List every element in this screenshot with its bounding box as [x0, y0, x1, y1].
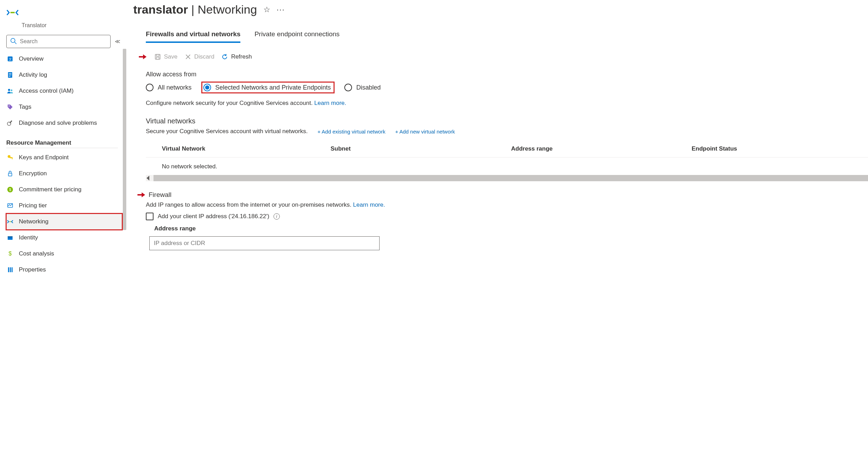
- sidebar-item-label: Pricing tier: [19, 202, 47, 209]
- col-virtual-network[interactable]: Virtual Network: [146, 140, 327, 158]
- sidebar-item-label: Activity log: [19, 71, 47, 78]
- more-actions-icon[interactable]: ···: [277, 5, 285, 14]
- sidebar-section-header: Resource Management: [6, 139, 122, 146]
- radio-icon: [203, 84, 211, 91]
- svg-rect-29: [10, 267, 11, 272]
- radio-all-networks[interactable]: All networks: [146, 84, 192, 91]
- sidebar-item-label: Properties: [19, 266, 46, 273]
- firewall-help-text: Add IP ranges to allow access from the i…: [146, 201, 868, 208]
- sidebar-item-activity-log[interactable]: Activity log: [6, 67, 122, 83]
- save-button[interactable]: Save: [154, 53, 178, 60]
- annotation-arrow-icon: [139, 55, 147, 59]
- svg-rect-19: [8, 173, 12, 176]
- horizontal-scrollbar[interactable]: [146, 175, 868, 181]
- favorite-star-icon[interactable]: ☆: [263, 5, 270, 14]
- access-help-text: Configure network security for your Cogn…: [146, 100, 868, 107]
- svg-text:文: 文: [9, 58, 12, 61]
- info-icon[interactable]: i: [274, 213, 280, 220]
- sidebar-item-tags[interactable]: Tags: [6, 99, 122, 115]
- radio-selected-networks[interactable]: Selected Networks and Private Endpoints: [201, 82, 335, 93]
- main-content: translator | Networking ☆ ··· Firewalls …: [127, 0, 868, 451]
- networking-icon: [6, 218, 14, 225]
- sidebar-item-identity[interactable]: Identity: [6, 230, 122, 246]
- search-icon: [10, 38, 17, 46]
- sidebar-nav: 文 Overview Activity log Access control (…: [6, 51, 122, 278]
- translator-logo-icon: [6, 6, 19, 19]
- scrollbar-thumb[interactable]: [123, 49, 126, 230]
- refresh-button[interactable]: Refresh: [221, 53, 252, 60]
- svg-point-0: [10, 12, 12, 13]
- tab-firewalls[interactable]: Firewalls and virtual networks: [146, 30, 240, 43]
- sidebar-search[interactable]: [6, 35, 111, 48]
- sidebar-search-input[interactable]: [20, 38, 107, 45]
- add-existing-vnet-link[interactable]: + Add existing virtual network: [317, 129, 386, 135]
- sidebar-item-commitment-tier[interactable]: $ Commitment tier pricing: [6, 182, 122, 198]
- svg-point-12: [11, 90, 13, 91]
- svg-rect-8: [9, 73, 12, 74]
- sidebar-divider: [6, 148, 118, 148]
- page-title: translator | Networking: [133, 3, 257, 16]
- vnets-empty-message: No network selected.: [146, 158, 868, 174]
- svg-rect-18: [12, 158, 13, 159]
- svg-point-2: [13, 12, 15, 13]
- sidebar-item-encryption[interactable]: Encryption: [6, 166, 122, 182]
- radio-icon: [146, 84, 154, 91]
- svg-rect-17: [10, 157, 13, 158]
- svg-rect-31: [155, 54, 160, 59]
- sidebar-scrollbar[interactable]: [122, 49, 127, 451]
- svg-point-3: [11, 38, 15, 43]
- svg-text:$: $: [9, 188, 11, 192]
- sidebar-item-properties[interactable]: Properties: [6, 262, 122, 278]
- commitment-icon: $: [6, 186, 14, 193]
- sidebar-item-label: Tags: [19, 104, 31, 110]
- tabs: Firewalls and virtual networks Private e…: [133, 30, 868, 43]
- activity-log-icon: [6, 71, 14, 78]
- sidebar-item-diagnose[interactable]: Diagnose and solve problems: [6, 115, 122, 131]
- sidebar-item-pricing-tier[interactable]: Pricing tier: [6, 198, 122, 214]
- radio-icon: [344, 84, 352, 91]
- collapse-sidebar-icon[interactable]: ≪: [115, 38, 121, 45]
- svg-rect-9: [9, 75, 12, 75]
- sidebar-item-access-control[interactable]: Access control (IAM): [6, 83, 122, 99]
- col-endpoint-status[interactable]: Endpoint Status: [688, 140, 868, 158]
- save-icon: [154, 53, 161, 60]
- svg-rect-28: [8, 267, 9, 272]
- sidebar-item-overview[interactable]: 文 Overview: [6, 51, 122, 67]
- sidebar-item-label: Cost analysis: [19, 250, 54, 257]
- scroll-left-icon[interactable]: [147, 176, 149, 181]
- sidebar-item-label: Access control (IAM): [19, 87, 74, 94]
- toolbar: Save Discard Refresh: [133, 53, 868, 60]
- discard-button[interactable]: Discard: [185, 53, 215, 60]
- vnets-title: Virtual networks: [146, 117, 868, 125]
- col-address-range[interactable]: Address range: [507, 140, 688, 158]
- svg-rect-26: [8, 236, 13, 237]
- address-range-label: Address range: [154, 225, 868, 232]
- resource-name: translator: [133, 3, 188, 16]
- sidebar-item-cost-analysis[interactable]: $ Cost analysis: [6, 246, 122, 262]
- sidebar-item-label: Overview: [19, 55, 44, 62]
- add-client-ip-checkbox[interactable]: [146, 213, 154, 220]
- properties-icon: [6, 266, 14, 273]
- sidebar-item-label: Identity: [19, 234, 38, 241]
- firewall-learn-more-link[interactable]: Learn more.: [353, 201, 385, 208]
- key-icon: [6, 154, 14, 161]
- diagnose-icon: [6, 120, 14, 127]
- learn-more-link[interactable]: Learn more.: [314, 100, 346, 106]
- add-new-vnet-link[interactable]: + Add new virtual network: [395, 129, 455, 135]
- col-subnet[interactable]: Subnet: [327, 140, 507, 158]
- radio-disabled[interactable]: Disabled: [344, 84, 381, 91]
- address-range-input[interactable]: [149, 236, 380, 250]
- sidebar-item-networking[interactable]: Networking: [6, 214, 122, 230]
- scrollbar-thumb[interactable]: [154, 175, 868, 181]
- cost-icon: $: [6, 250, 14, 257]
- tab-private-endpoints[interactable]: Private endpoint connections: [254, 30, 339, 43]
- svg-rect-33: [156, 57, 159, 59]
- sidebar: Translator ≪ 文 Overview Activity log Acc…: [0, 0, 122, 451]
- sidebar-item-label: Keys and Endpoint: [19, 154, 69, 161]
- refresh-icon: [221, 53, 228, 60]
- allow-access-radio-group: All networks Selected Networks and Priva…: [146, 82, 868, 93]
- tags-icon: [6, 104, 14, 110]
- vnets-subtitle: Secure your Cognitive Services account w…: [146, 128, 308, 135]
- allow-access-label: Allow access from: [146, 71, 868, 78]
- sidebar-item-keys-endpoint[interactable]: Keys and Endpoint: [6, 150, 122, 166]
